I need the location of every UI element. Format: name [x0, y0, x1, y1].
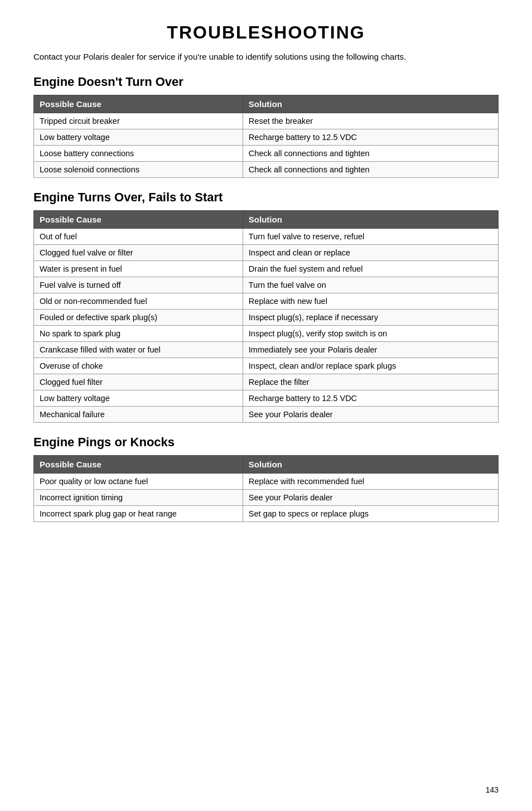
cell-cause-1-9: Clogged fuel filter — [34, 374, 243, 390]
cell-cause-0-3: Loose solenoid connections — [34, 161, 243, 177]
cell-solution-1-7: Immediately see your Polaris dealer — [243, 341, 498, 358]
cell-cause-1-2: Water is present in fuel — [34, 260, 243, 277]
cell-solution-1-9: Replace the filter — [243, 374, 498, 390]
table-row: No spark to spark plugInspect plug(s), v… — [34, 325, 499, 341]
intro-text: Contact your Polaris dealer for service … — [33, 51, 499, 64]
cell-solution-2-0: Replace with recommended fuel — [243, 473, 498, 489]
cell-cause-2-2: Incorrect spark plug gap or heat range — [34, 505, 243, 522]
cell-solution-1-1: Inspect and clean or replace — [243, 244, 498, 260]
table-engine-turns-over-fails-to-start: Possible CauseSolutionOut of fuelTurn fu… — [33, 210, 499, 423]
table-row: Tripped circuit breakerReset the breaker — [34, 113, 499, 129]
cell-cause-2-1: Incorrect ignition timing — [34, 489, 243, 505]
table-row: Fuel valve is turned offTurn the fuel va… — [34, 277, 499, 293]
cell-solution-1-3: Turn the fuel valve on — [243, 277, 498, 293]
cell-cause-1-3: Fuel valve is turned off — [34, 277, 243, 293]
table-row: Low battery voltageRecharge battery to 1… — [34, 390, 499, 406]
table-row: Poor quality or low octane fuelReplace w… — [34, 473, 499, 489]
cell-solution-1-11: See your Polaris dealer — [243, 406, 498, 422]
table-row: Water is present in fuelDrain the fuel s… — [34, 260, 499, 277]
cell-cause-1-11: Mechanical failure — [34, 406, 243, 422]
table-row: Incorrect ignition timingSee your Polari… — [34, 489, 499, 505]
section-heading-engine-doesnt-turn-over: Engine Doesn't Turn Over — [33, 75, 499, 89]
table-engine-doesnt-turn-over: Possible CauseSolutionTripped circuit br… — [33, 95, 499, 178]
col-header-solution-1: Solution — [243, 210, 498, 228]
cell-cause-1-7: Crankcase filled with water or fuel — [34, 341, 243, 358]
col-header-solution-0: Solution — [243, 95, 498, 113]
table-engine-pings-or-knocks: Possible CauseSolutionPoor quality or lo… — [33, 455, 499, 522]
table-row: Out of fuelTurn fuel valve to reserve, r… — [34, 228, 499, 244]
cell-solution-0-2: Check all connections and tighten — [243, 145, 498, 161]
cell-cause-1-8: Overuse of choke — [34, 358, 243, 374]
cell-solution-0-0: Reset the breaker — [243, 113, 498, 129]
cell-solution-2-2: Set gap to specs or replace plugs — [243, 505, 498, 522]
cell-cause-1-0: Out of fuel — [34, 228, 243, 244]
cell-solution-1-2: Drain the fuel system and refuel — [243, 260, 498, 277]
table-row: Fouled or defective spark plug(s)Inspect… — [34, 309, 499, 325]
cell-cause-0-2: Loose battery connections — [34, 145, 243, 161]
section-heading-engine-turns-over-fails-to-start: Engine Turns Over, Fails to Start — [33, 190, 499, 205]
page-title: TROUBLESHOOTING — [33, 22, 499, 43]
cell-cause-1-4: Old or non-recommended fuel — [34, 293, 243, 309]
table-row: Old or non-recommended fuelReplace with … — [34, 293, 499, 309]
cell-cause-2-0: Poor quality or low octane fuel — [34, 473, 243, 489]
cell-solution-1-8: Inspect, clean and/or replace spark plug… — [243, 358, 498, 374]
cell-cause-1-10: Low battery voltage — [34, 390, 243, 406]
col-header-cause-1: Possible Cause — [34, 210, 243, 228]
cell-cause-1-6: No spark to spark plug — [34, 325, 243, 341]
cell-solution-0-1: Recharge battery to 12.5 VDC — [243, 129, 498, 145]
col-header-cause-2: Possible Cause — [34, 455, 243, 473]
table-row: Clogged fuel filterReplace the filter — [34, 374, 499, 390]
page-number: 143 — [486, 785, 499, 794]
cell-solution-1-4: Replace with new fuel — [243, 293, 498, 309]
cell-solution-1-0: Turn fuel valve to reserve, refuel — [243, 228, 498, 244]
cell-solution-2-1: See your Polaris dealer — [243, 489, 498, 505]
table-row: Low battery voltageRecharge battery to 1… — [34, 129, 499, 145]
cell-cause-0-0: Tripped circuit breaker — [34, 113, 243, 129]
cell-solution-1-10: Recharge battery to 12.5 VDC — [243, 390, 498, 406]
sections-container: Engine Doesn't Turn OverPossible CauseSo… — [33, 75, 499, 522]
cell-cause-1-5: Fouled or defective spark plug(s) — [34, 309, 243, 325]
table-row: Overuse of chokeInspect, clean and/or re… — [34, 358, 499, 374]
cell-solution-0-3: Check all connections and tighten — [243, 161, 498, 177]
cell-solution-1-5: Inspect plug(s), replace if necessary — [243, 309, 498, 325]
cell-solution-1-6: Inspect plug(s), verify stop switch is o… — [243, 325, 498, 341]
cell-cause-0-1: Low battery voltage — [34, 129, 243, 145]
table-row: Loose solenoid connectionsCheck all conn… — [34, 161, 499, 177]
table-row: Clogged fuel valve or filterInspect and … — [34, 244, 499, 260]
col-header-cause-0: Possible Cause — [34, 95, 243, 113]
table-row: Incorrect spark plug gap or heat rangeSe… — [34, 505, 499, 522]
col-header-solution-2: Solution — [243, 455, 498, 473]
table-row: Mechanical failureSee your Polaris deale… — [34, 406, 499, 422]
table-row: Loose battery connectionsCheck all conne… — [34, 145, 499, 161]
section-heading-engine-pings-or-knocks: Engine Pings or Knocks — [33, 435, 499, 450]
table-row: Crankcase filled with water or fuelImmed… — [34, 341, 499, 358]
cell-cause-1-1: Clogged fuel valve or filter — [34, 244, 243, 260]
